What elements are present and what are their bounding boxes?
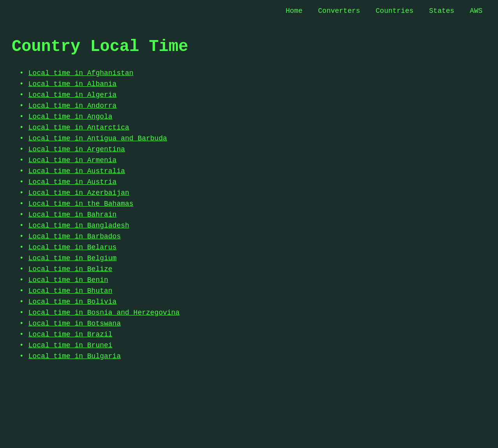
country-link[interactable]: Local time in Afghanistan [28, 69, 133, 77]
nav-countries[interactable]: Countries [376, 7, 414, 15]
country-link[interactable]: Local time in Benin [28, 276, 108, 284]
country-link[interactable]: Local time in Bulgaria [28, 352, 121, 360]
list-item: Local time in Austria [19, 177, 486, 187]
country-link[interactable]: Local time in Austria [28, 178, 117, 186]
list-item: Local time in Angola [19, 111, 486, 122]
list-item: Local time in Bangladesh [19, 220, 486, 231]
list-item: Local time in Bulgaria [19, 351, 486, 362]
list-item: Local time in Belarus [19, 242, 486, 253]
country-link[interactable]: Local time in the Bahamas [28, 200, 133, 208]
country-link[interactable]: Local time in Belarus [28, 243, 117, 251]
country-link[interactable]: Local time in Belize [28, 265, 112, 273]
country-link[interactable]: Local time in Bosnia and Herzegovina [28, 309, 180, 317]
country-link[interactable]: Local time in Azerbaijan [28, 189, 129, 197]
list-item: Local time in Australia [19, 166, 486, 177]
country-link[interactable]: Local time in Algeria [28, 91, 117, 99]
country-link[interactable]: Local time in Barbados [28, 233, 121, 240]
country-link[interactable]: Local time in Armenia [28, 156, 117, 164]
list-item: Local time in Antigua and Barbuda [19, 133, 486, 144]
list-item: Local time in Albania [19, 79, 486, 89]
page-title: Country Local Time [0, 22, 498, 64]
list-item: Local time in Azerbaijan [19, 187, 486, 198]
list-item: Local time in Brazil [19, 329, 486, 340]
country-link[interactable]: Local time in Argentina [28, 145, 125, 153]
country-link[interactable]: Local time in Bhutan [28, 287, 112, 295]
list-item: Local time in Bahrain [19, 209, 486, 220]
list-item: Local time in Bolivia [19, 296, 486, 307]
country-link[interactable]: Local time in Antigua and Barbuda [28, 135, 167, 142]
list-item: Local time in Andorra [19, 100, 486, 111]
list-item: Local time in Brunei [19, 340, 486, 351]
country-link[interactable]: Local time in Andorra [28, 102, 117, 110]
country-link[interactable]: Local time in Australia [28, 167, 125, 175]
list-item: Local time in Bhutan [19, 285, 486, 296]
list-item: Local time in Antarctica [19, 122, 486, 133]
nav-converters[interactable]: Converters [318, 7, 360, 15]
country-link[interactable]: Local time in Bolivia [28, 298, 117, 306]
list-item: Local time in Belize [19, 264, 486, 275]
list-item: Local time in the Bahamas [19, 198, 486, 209]
country-link[interactable]: Local time in Belgium [28, 254, 117, 262]
country-link[interactable]: Local time in Brazil [28, 331, 112, 338]
list-item: Local time in Bosnia and Herzegovina [19, 307, 486, 318]
list-item: Local time in Algeria [19, 89, 486, 100]
list-item: Local time in Argentina [19, 144, 486, 155]
country-link[interactable]: Local time in Botswana [28, 320, 121, 327]
nav-aws[interactable]: AWS [470, 7, 482, 15]
nav-states[interactable]: States [429, 7, 454, 15]
list-item: Local time in Belgium [19, 253, 486, 264]
list-item: Local time in Armenia [19, 155, 486, 166]
country-link[interactable]: Local time in Albania [28, 80, 117, 88]
list-item: Local time in Benin [19, 275, 486, 285]
country-link[interactable]: Local time in Bangladesh [28, 222, 129, 229]
country-link[interactable]: Local time in Bahrain [28, 211, 117, 219]
main-nav: Home Converters Countries States AWS [0, 0, 498, 22]
list-item: Local time in Barbados [19, 231, 486, 242]
list-item: Local time in Afghanistan [19, 68, 486, 79]
country-link[interactable]: Local time in Brunei [28, 341, 112, 349]
country-link[interactable]: Local time in Antarctica [28, 124, 129, 131]
country-list: Local time in AfghanistanLocal time in A… [0, 64, 498, 373]
country-link[interactable]: Local time in Angola [28, 113, 112, 121]
nav-home[interactable]: Home [286, 7, 302, 15]
list-item: Local time in Botswana [19, 318, 486, 329]
